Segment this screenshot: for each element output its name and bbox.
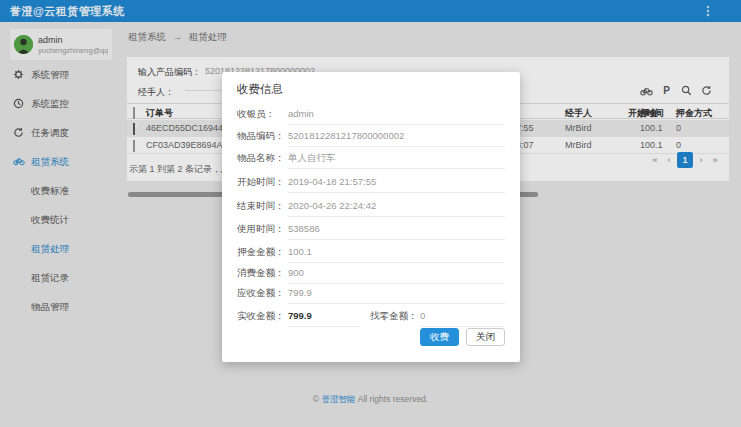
change-amount-field: 0 xyxy=(420,310,505,327)
item-code-field: 5201812281217800000002 xyxy=(288,130,505,147)
change-amount-label: 找零金额： xyxy=(370,310,418,323)
charge-info-modal: 收费信息 收银员： admin 物品编码： 520181228121780000… xyxy=(222,72,520,362)
received-amount-label: 实收金额： xyxy=(237,310,285,323)
app-window: 誉澄@云租赁管理系统 admin yuchengzhineng@qq.com 系… xyxy=(0,0,741,427)
duration-field: 538586 xyxy=(288,223,505,240)
duration-label: 使用时间： xyxy=(237,223,285,236)
deposit-amount-label: 押金金额： xyxy=(237,246,285,259)
modal-title: 收费信息 xyxy=(237,82,283,97)
item-name-field: 单人自行车 xyxy=(288,152,505,169)
receivable-amount-label: 应收金额： xyxy=(237,287,285,300)
start-time-label: 开始时间： xyxy=(237,176,285,189)
cashier-field: admin xyxy=(288,108,505,125)
charge-button[interactable]: 收费 xyxy=(420,328,459,346)
modal-actions: 收费 关闭 xyxy=(420,328,505,346)
receivable-amount-field: 799.9 xyxy=(288,287,505,304)
consume-amount-label: 消费金额： xyxy=(237,267,285,280)
item-code-label: 物品编码： xyxy=(237,130,285,143)
consume-amount-field: 900 xyxy=(288,267,505,284)
item-name-label: 物品名称： xyxy=(237,152,285,165)
end-time-field: 2020-04-26 22:24:42 xyxy=(288,200,505,217)
end-time-label: 结束时间： xyxy=(237,200,285,213)
cashier-label: 收银员： xyxy=(237,108,275,121)
deposit-amount-field: 100.1 xyxy=(288,246,505,263)
start-time-field: 2019-04-18 21:57:55 xyxy=(288,176,505,193)
close-button[interactable]: 关闭 xyxy=(466,328,505,346)
received-amount-input[interactable]: 799.9 xyxy=(288,310,360,327)
